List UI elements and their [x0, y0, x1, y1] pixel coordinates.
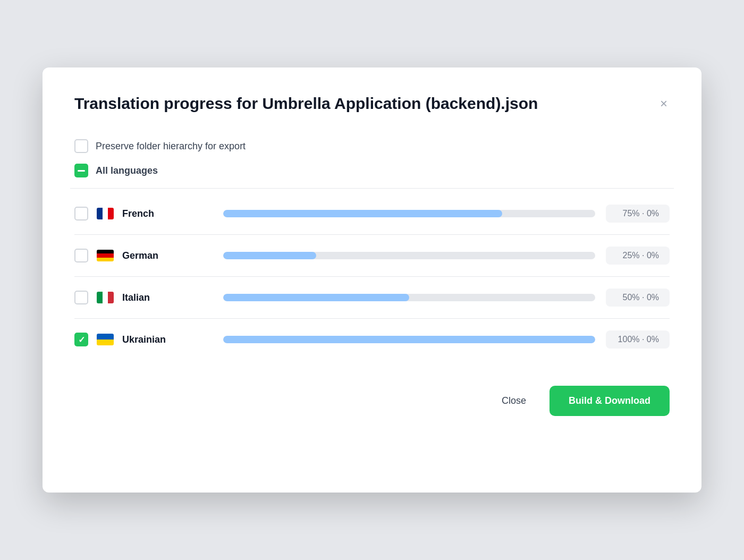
language-row: German 25% · 0%	[74, 235, 670, 277]
all-languages-checkbox[interactable]	[74, 164, 88, 177]
modal-close-button[interactable]: ×	[658, 95, 670, 112]
all-languages-label: All languages	[96, 165, 158, 176]
german-progress-stats: 25% · 0%	[606, 247, 670, 265]
italian-progress-stats: 50% · 0%	[606, 289, 670, 307]
modal-dialog: Translation progress for Umbrella Applic…	[43, 67, 701, 493]
indeterminate-icon	[78, 170, 85, 172]
italian-progress-bar	[223, 294, 595, 301]
german-label: German	[122, 250, 158, 261]
all-languages-row: All languages	[74, 164, 670, 177]
ukrainian-checkbox[interactable]: ✓	[74, 333, 88, 346]
close-button[interactable]: Close	[491, 389, 537, 413]
modal-footer: Close Build & Download	[74, 386, 670, 416]
french-progress-container	[223, 210, 595, 217]
ukrainian-progress-stats: 100% · 0%	[606, 330, 670, 349]
build-download-button[interactable]: Build & Download	[549, 386, 670, 416]
german-checkbox[interactable]	[74, 249, 88, 262]
ukrainian-label: Ukrainian	[122, 334, 166, 345]
italian-checkbox[interactable]	[74, 291, 88, 304]
preserve-hierarchy-row: Preserve folder hierarchy for export	[74, 139, 670, 153]
ukrainian-progress-fill	[223, 336, 595, 343]
italian-label: Italian	[122, 292, 150, 303]
preserve-hierarchy-label: Preserve folder hierarchy for export	[96, 141, 246, 152]
divider	[70, 188, 674, 189]
language-row: Italian 50% · 0%	[74, 277, 670, 319]
french-label: French	[122, 208, 154, 219]
french-progress-bar	[223, 210, 595, 217]
italian-progress-fill	[223, 294, 409, 301]
french-flag-icon	[97, 208, 114, 219]
italian-flag-icon	[97, 292, 114, 303]
french-progress-stats: 75% · 0%	[606, 205, 670, 223]
language-left: German	[74, 249, 213, 262]
language-row: ✓ Ukrainian 100% · 0%	[74, 319, 670, 360]
german-progress-bar	[223, 252, 595, 259]
modal-title: Translation progress for Umbrella Applic…	[74, 93, 538, 114]
german-flag-icon	[97, 250, 114, 261]
ukrainian-progress-bar	[223, 336, 595, 343]
language-list: French 75% · 0% G	[74, 193, 670, 360]
french-checkbox[interactable]	[74, 207, 88, 220]
ukrainian-flag-icon	[97, 334, 114, 345]
preserve-hierarchy-checkbox[interactable]	[74, 139, 88, 153]
ukrainian-progress-container	[223, 336, 595, 343]
language-left: French	[74, 207, 213, 220]
language-left: ✓ Ukrainian	[74, 333, 213, 346]
french-progress-fill	[223, 210, 502, 217]
language-row: French 75% · 0%	[74, 193, 670, 235]
german-progress-container	[223, 252, 595, 259]
modal-overlay: Translation progress for Umbrella Applic…	[0, 0, 744, 560]
language-left: Italian	[74, 291, 213, 304]
checkmark-icon: ✓	[78, 335, 85, 345]
german-progress-fill	[223, 252, 316, 259]
italian-progress-container	[223, 294, 595, 301]
modal-header: Translation progress for Umbrella Applic…	[74, 93, 670, 114]
